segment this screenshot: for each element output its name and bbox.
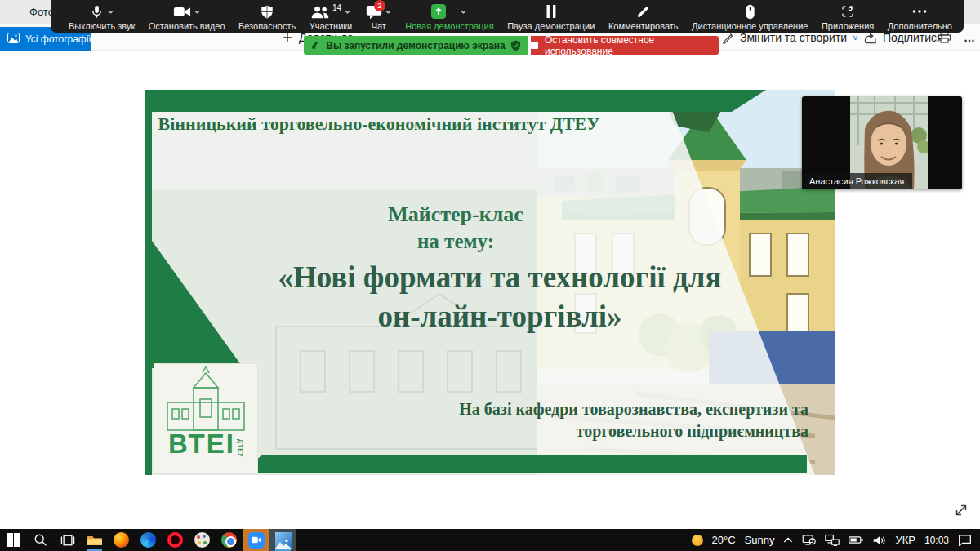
paint-palette-icon: [194, 532, 210, 548]
presentation-slide: Вінницький торговельно-економічний інсти…: [145, 90, 835, 475]
clock[interactable]: 10:03: [924, 535, 949, 546]
task-view-icon: [60, 534, 75, 547]
remote-control-button[interactable]: Дистанционное управление: [692, 4, 808, 31]
taskbar-search-button[interactable]: [27, 529, 54, 551]
chat-button[interactable]: 2 Чат: [366, 4, 392, 31]
firefox-icon: [114, 532, 129, 548]
firefox-button[interactable]: [108, 529, 135, 551]
slide-title-line1: «Нові формати та технології для: [175, 258, 825, 297]
new-share-button[interactable]: Новая демонстрация: [405, 4, 493, 31]
security-button[interactable]: Безопасность: [238, 4, 296, 31]
ellipsis-icon: [911, 4, 928, 19]
chrome-button[interactable]: [216, 529, 243, 551]
battery-icon[interactable]: [849, 535, 863, 545]
hidden-icons-chevron[interactable]: [783, 536, 793, 544]
print-button[interactable]: [938, 31, 951, 43]
pause-share-label: Пауза демонстрации: [507, 21, 595, 31]
participants-button[interactable]: 14 Участники: [310, 4, 353, 31]
chat-unread-badge: 2: [374, 0, 385, 11]
slide-footer-line1: На базі кафедри товарознавства, експерти…: [399, 398, 808, 420]
opera-icon: [167, 532, 183, 548]
photos-app-icon: [275, 532, 292, 549]
edit-create-label: Змінити та створити: [740, 31, 847, 44]
chevron-down-icon: ˅: [853, 33, 858, 42]
share-screen-icon: [431, 4, 446, 19]
masterclass-line2: на тему:: [333, 229, 578, 254]
more-label: Дополнительно: [888, 21, 952, 31]
stop-video-label: Остановить видео: [149, 21, 225, 31]
notification-center-icon[interactable]: [958, 534, 972, 546]
masterclass-line1: Майстер-клас: [333, 202, 578, 229]
slide-footer-line2: торговельного підприємництва: [399, 420, 808, 442]
tab-all-photos-label: Усі фотографії: [25, 33, 91, 45]
chat-label: Чат: [372, 21, 386, 31]
apps-icon: [840, 4, 855, 19]
zoom-toolbar: Выключить звук Остановить видео Безопасн…: [51, 0, 964, 33]
edit-create-button[interactable]: Змінити та створити ˅: [722, 31, 858, 44]
pencil-icon: [636, 4, 651, 19]
more-button[interactable]: Дополнительно: [888, 4, 952, 31]
annotate-label: Комментировать: [608, 21, 679, 31]
mute-label: Выключить звук: [69, 21, 135, 31]
stop-icon: [531, 42, 538, 49]
print-icon: [938, 31, 951, 43]
slide-main-title: «Нові формати та технології для он-лайн-…: [175, 258, 825, 336]
more-commands-button[interactable]: …: [964, 31, 975, 44]
file-explorer-icon: [87, 534, 103, 547]
resize-arrow-icon[interactable]: [952, 501, 970, 522]
network-icon[interactable]: [825, 534, 840, 546]
opera-button[interactable]: [162, 529, 189, 551]
new-share-label: Новая демонстрация: [405, 21, 493, 31]
chevron-down-icon: [107, 8, 114, 16]
stop-video-button[interactable]: Остановить видео: [149, 4, 225, 31]
shield-check-icon: [510, 40, 521, 51]
vtei-logo-building: [161, 363, 251, 433]
share-button[interactable]: Поділитися: [864, 31, 943, 44]
apps-button[interactable]: Приложения: [822, 4, 874, 31]
edge-icon: [140, 532, 156, 548]
share-icon: [864, 32, 877, 44]
chrome-icon: [221, 532, 237, 548]
task-view-button[interactable]: [54, 529, 81, 551]
edge-button[interactable]: [135, 529, 162, 551]
ellipsis-icon: …: [964, 31, 975, 44]
security-label: Безопасность: [238, 21, 296, 31]
file-explorer-button[interactable]: [81, 529, 108, 551]
photos-app-button[interactable]: [270, 529, 296, 551]
paint-button[interactable]: [189, 529, 216, 551]
language-indicator[interactable]: УКР: [895, 534, 915, 546]
apps-label: Приложения: [822, 21, 874, 31]
weather-temp[interactable]: 20°C: [712, 534, 736, 546]
stop-share-button[interactable]: Остановить совместное использование: [531, 36, 719, 55]
annotate-button[interactable]: Комментировать: [608, 4, 679, 31]
zoom-app-icon: [248, 532, 265, 549]
slide-top-band: [152, 90, 766, 112]
start-button[interactable]: [0, 529, 27, 551]
plus-icon: [282, 32, 293, 43]
speaker-icon[interactable]: [872, 535, 886, 546]
pause-share-button[interactable]: Пауза демонстрации: [507, 4, 595, 31]
participants-icon: [310, 4, 330, 20]
participant-video[interactable]: Анастасия Рожковская: [802, 96, 962, 189]
remote-control-label: Дистанционное управление: [692, 21, 808, 31]
windows-logo-icon: [7, 533, 20, 547]
participants-label: Участники: [310, 21, 353, 31]
mouse-icon: [745, 4, 755, 20]
edit-icon: [722, 32, 734, 44]
weather-desc[interactable]: Sunny: [745, 534, 775, 546]
sharing-banner-text: Вы запустили демонстрацию экрана: [326, 40, 506, 51]
vtei-logo-text: ВТЕІ: [168, 430, 235, 457]
chevron-down-icon: [460, 8, 467, 16]
cast-display-icon[interactable]: [802, 534, 816, 546]
slide-footer-text: На базі кафедри товарознавства, експерти…: [399, 398, 808, 442]
sharing-banner: Вы запустили демонстрацию экрана: [304, 36, 528, 55]
shield-icon: [260, 4, 274, 20]
stop-share-label: Остановить совместное использование: [545, 34, 719, 57]
chevron-down-icon: [194, 8, 201, 16]
weather-sun-icon[interactable]: [692, 535, 703, 546]
vtei-logo-subtext: ДТЕУ: [238, 439, 243, 457]
sharing-arrow-icon: [310, 40, 321, 51]
zoom-app-button[interactable]: [243, 529, 270, 551]
mute-button[interactable]: Выключить звук: [69, 4, 135, 31]
chevron-down-icon: [385, 8, 392, 16]
